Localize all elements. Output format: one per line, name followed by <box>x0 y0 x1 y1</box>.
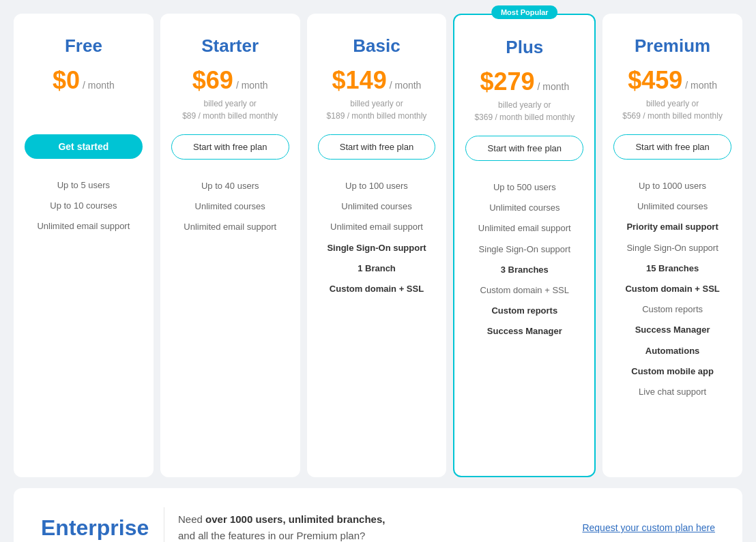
enterprise-divider <box>164 507 164 542</box>
plan-cta-basic[interactable]: Start with free plan <box>318 134 436 160</box>
plan-billing-free <box>25 97 143 122</box>
plans-container: Free $0 / month Get startedUp to 5 users… <box>14 14 742 477</box>
plan-price-row-basic: $149 / month <box>318 66 436 95</box>
plan-feature-premium-4: 15 Branches <box>613 258 731 279</box>
plan-cta-free[interactable]: Get started <box>25 134 143 159</box>
plan-feature-free-1: Up to 10 courses <box>25 196 143 216</box>
plan-feature-basic-3: Single Sign-On support <box>318 238 436 258</box>
plan-feature-basic-4: 1 Branch <box>318 258 436 279</box>
plan-feature-plus-0: Up to 500 users <box>465 177 583 198</box>
plan-feature-free-0: Up to 5 users <box>25 175 143 196</box>
plan-name-starter: Starter <box>171 35 289 57</box>
plan-price-row-free: $0 / month <box>25 66 143 95</box>
plan-price-plus: $279 <box>480 67 534 96</box>
plan-features-starter: Up to 40 usersUnlimited coursesUnlimited… <box>171 176 289 238</box>
plan-feature-starter-1: Unlimited courses <box>171 196 289 217</box>
plan-feature-plus-5: Custom domain + SSL <box>465 280 583 301</box>
plan-card-premium: Premium $459 / month billed yearly or$56… <box>602 14 742 477</box>
plan-price-row-plus: $279 / month <box>465 67 583 96</box>
plan-feature-premium-0: Up to 1000 users <box>613 176 731 196</box>
plan-price-premium: $459 <box>628 66 682 95</box>
plan-features-premium: Up to 1000 usersUnlimited coursesPriorit… <box>613 176 731 402</box>
plan-feature-premium-8: Automations <box>613 341 731 361</box>
pricing-wrapper: Free $0 / month Get startedUp to 5 users… <box>14 14 742 542</box>
plan-feature-premium-9: Custom mobile app <box>613 361 731 382</box>
plan-price-basic: $149 <box>332 66 387 95</box>
plan-period-free: / month <box>83 80 115 91</box>
plan-feature-premium-2: Priority email support <box>613 217 731 237</box>
plan-feature-premium-6: Custom reports <box>613 299 731 320</box>
plan-cta-premium[interactable]: Start with free plan <box>613 134 731 160</box>
plan-billing-basic: billed yearly or$189 / month billed mont… <box>318 97 436 122</box>
plan-feature-plus-6: Custom reports <box>465 301 583 321</box>
enterprise-title: Enterprise <box>41 515 150 541</box>
plan-price-free: $0 <box>53 66 80 95</box>
plan-name-free: Free <box>25 35 143 57</box>
plan-features-free: Up to 5 usersUp to 10 coursesUnlimited e… <box>25 175 143 237</box>
plan-cta-starter[interactable]: Start with free plan <box>171 134 289 160</box>
plan-card-starter: Starter $69 / month billed yearly or$89 … <box>160 14 300 477</box>
plan-feature-basic-0: Up to 100 users <box>318 176 436 196</box>
enterprise-description: Need over 1000 users, unlimited branches… <box>178 511 568 542</box>
plan-period-plus: / month <box>537 81 569 92</box>
plan-feature-basic-1: Unlimited courses <box>318 196 436 217</box>
plan-cta-plus[interactable]: Start with free plan <box>465 136 583 161</box>
plan-feature-plus-1: Unlimited courses <box>465 198 583 218</box>
plan-period-starter: / month <box>236 80 268 91</box>
enterprise-link[interactable]: Request your custom plan here <box>582 522 715 533</box>
plan-price-row-starter: $69 / month <box>171 66 289 95</box>
plan-feature-premium-3: Single Sign-On support <box>613 238 731 258</box>
plan-feature-premium-10: Live chat support <box>613 382 731 402</box>
plan-feature-plus-3: Single Sign-On support <box>465 239 583 260</box>
plan-feature-plus-4: 3 Branches <box>465 260 583 280</box>
plan-period-basic: / month <box>390 80 422 91</box>
plan-card-plus: Most PopularPlus $279 / month billed yea… <box>453 14 596 477</box>
plan-billing-plus: billed yearly or$369 / month billed mont… <box>465 99 583 123</box>
plan-period-premium: / month <box>685 80 717 91</box>
plan-billing-premium: billed yearly or$569 / month billed mont… <box>613 97 731 122</box>
plan-feature-plus-2: Unlimited email support <box>465 218 583 239</box>
plan-feature-premium-5: Custom domain + SSL <box>613 279 731 299</box>
plan-feature-premium-7: Success Manager <box>613 320 731 340</box>
plan-feature-premium-1: Unlimited courses <box>613 196 731 217</box>
plan-feature-free-2: Unlimited email support <box>25 216 143 237</box>
plan-name-premium: Premium <box>613 35 731 57</box>
plan-billing-starter: billed yearly or$89 / month billed month… <box>171 97 289 122</box>
plan-card-basic: Basic $149 / month billed yearly or$189 … <box>307 14 447 477</box>
plan-feature-plus-7: Success Manager <box>465 321 583 342</box>
plan-price-row-premium: $459 / month <box>613 66 731 95</box>
plan-feature-starter-2: Unlimited email support <box>171 217 289 237</box>
plan-feature-basic-2: Unlimited email support <box>318 217 436 237</box>
plan-features-plus: Up to 500 usersUnlimited coursesUnlimite… <box>465 177 583 342</box>
enterprise-card: Enterprise Need over 1000 users, unlimit… <box>14 488 742 542</box>
plan-name-basic: Basic <box>318 35 436 57</box>
plan-price-starter: $69 <box>192 66 233 95</box>
plan-name-plus: Plus <box>465 37 583 58</box>
plan-feature-basic-5: Custom domain + SSL <box>318 279 436 299</box>
plan-feature-starter-0: Up to 40 users <box>171 176 289 196</box>
most-popular-badge: Most Popular <box>491 5 558 19</box>
plan-features-basic: Up to 100 usersUnlimited coursesUnlimite… <box>318 176 436 299</box>
plan-card-free: Free $0 / month Get startedUp to 5 users… <box>14 14 154 477</box>
